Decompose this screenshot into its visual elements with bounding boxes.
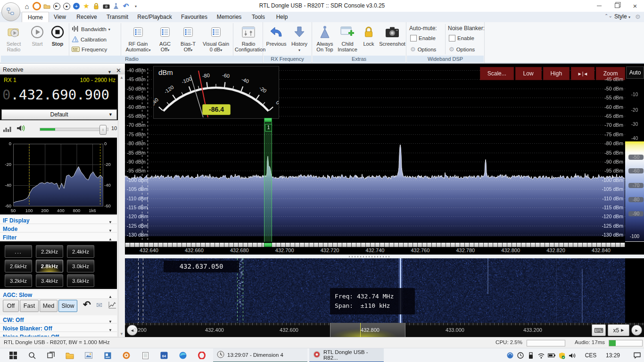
close-button[interactable]: × (631, 1, 639, 10)
task-view-icon[interactable] (41, 348, 60, 362)
add-icon[interactable]: + (72, 2, 81, 10)
section-agc[interactable]: AGC: Slow▲ (0, 290, 117, 299)
tab-rec-playback[interactable]: Rec/Playback (133, 12, 176, 22)
auto-scale-button[interactable]: Auto (626, 66, 644, 79)
play-icon[interactable]: ▶ (52, 2, 61, 10)
tray-wifi-icon[interactable] (537, 348, 546, 362)
open-folder-icon[interactable] (42, 2, 51, 10)
opera-browser-icon[interactable] (192, 348, 211, 362)
edge-browser-icon[interactable] (173, 348, 192, 362)
volume-slider-thumb[interactable]: ‖ (99, 125, 107, 135)
always-on-top-icon[interactable] (112, 2, 120, 10)
tuned-frequency[interactable]: 0.432.690.900 (2, 87, 109, 103)
receive-panel-header[interactable]: Receive ▼ ✕ (0, 64, 125, 75)
keyboard-entry-button[interactable]: ⌨ (592, 324, 606, 336)
frequency-ruler[interactable] (125, 243, 625, 247)
search-icon[interactable] (23, 348, 41, 362)
checkbox-icon[interactable] (410, 35, 417, 41)
tab-tools[interactable]: Tools (246, 12, 271, 22)
section-noise-blanker[interactable]: Noise Blanker: Off▼ (0, 324, 117, 332)
rx1-band-body[interactable] (264, 122, 272, 242)
filter-custom-button[interactable]: ... (5, 245, 32, 258)
tab-favourites[interactable]: Favourites (176, 12, 212, 22)
tab-view[interactable]: View (48, 12, 72, 22)
style-gear-icon[interactable]: ⚙ (635, 13, 641, 20)
restore-button[interactable] (613, 1, 621, 10)
rf-gain-button[interactable]: RF GainAutomatic▾ (124, 24, 153, 53)
checkbox-icon[interactable] (449, 35, 455, 41)
section-noise-reduction[interactable]: Noise Reduction: Off▼ (0, 332, 117, 337)
agc-fast-button[interactable]: Fast (20, 300, 39, 312)
fit-width-button[interactable]: ►|◄ (571, 67, 594, 80)
preset-dropdown[interactable]: Default ▼ (1, 109, 117, 120)
equalizer-icon[interactable] (3, 125, 12, 134)
splitter-handle[interactable] (349, 256, 391, 257)
filter-2-6khz-button[interactable]: 2.6kHz (5, 260, 32, 272)
bandwidth-button[interactable]: Bandwidth▾ (72, 25, 110, 33)
titlebar[interactable]: ⌂ ▶ ■ + ★ ↶ ▾ RTL Dongle USB - R820T :: … (0, 0, 644, 12)
noise-blanker-options-button[interactable]: ⚙Options (449, 46, 475, 53)
section-cw[interactable]: CW: Off▼ (0, 315, 117, 323)
splitter[interactable] (125, 255, 644, 258)
spectrum-display[interactable]: -140-120-100-80-60-40-200 dBm -86.4 Scal… (125, 64, 625, 255)
history-button[interactable]: History▾ (289, 24, 310, 53)
quick-access-more-icon[interactable]: ▾ (132, 2, 140, 10)
tray-battery-icon[interactable] (547, 348, 556, 362)
screenshot-button[interactable]: Screenshot (379, 24, 405, 47)
select-radio-button[interactable]: SelectRadio (2, 24, 25, 52)
previous-frequency-button[interactable]: Previous (265, 24, 288, 47)
notification-center-icon[interactable] (632, 348, 642, 362)
favourite-star-icon[interactable]: ★ (82, 2, 91, 10)
filter-2-8khz-button-active[interactable]: 2.8kHz (36, 260, 63, 272)
compass-app-icon[interactable] (117, 348, 136, 362)
always-on-top-button[interactable]: AlwaysOn Top (314, 24, 336, 52)
section-if-display[interactable]: IF Display▼ (0, 216, 117, 224)
bias-t-button[interactable]: Bias-TOff▾ (177, 24, 199, 53)
rx1-band-ruler-handle[interactable] (264, 243, 272, 247)
band-nav-right-button[interactable]: ► (631, 325, 642, 336)
filter-3-0khz-button[interactable]: 3.0kHz (67, 260, 94, 272)
document-app-icon[interactable] (98, 348, 117, 362)
lock-button[interactable]: Lock (359, 24, 378, 47)
undo-icon[interactable]: ↶ (122, 2, 130, 10)
tab-home[interactable]: Home (22, 12, 49, 23)
lock-icon[interactable] (92, 2, 100, 10)
style-menu[interactable]: Style ▾ (614, 13, 630, 20)
photos-app-icon[interactable] (79, 348, 98, 362)
filter-3-2khz-button[interactable]: 3.2kHz (5, 274, 32, 287)
volume-slider-track[interactable]: ‖ (40, 128, 108, 131)
visual-gain-button[interactable]: Visual Gain0 dB▾ (201, 24, 231, 53)
agc-med-button[interactable]: Med (40, 300, 58, 312)
application-menu-button[interactable] (1, 2, 20, 21)
frequency-button[interactable]: Frequency (72, 46, 107, 53)
tab-memories[interactable]: Memories (212, 12, 246, 22)
filter-2-2khz-button[interactable]: 2.2kHz (36, 245, 63, 258)
calibration-button[interactable]: Calibration (72, 36, 107, 43)
agc-off-button[interactable]: Off (3, 300, 19, 312)
hxd-app-icon[interactable]: 64 (155, 348, 173, 362)
undo-arrow-icon[interactable]: ↶ (83, 299, 91, 310)
scroll-up-icon[interactable]: ▲ (120, 75, 124, 80)
radio-configuration-button[interactable]: RadioConfiguration (235, 24, 262, 52)
task-dimension4[interactable]: 13:29:07 - Dimension 4 (213, 348, 307, 362)
stop-button[interactable]: Stop (48, 24, 67, 47)
envelope-icon[interactable]: ✉ (96, 301, 102, 310)
tray-time[interactable]: 13:29 (603, 348, 623, 362)
tray-clock-icon[interactable] (516, 348, 525, 362)
minimize-button[interactable] (595, 1, 603, 10)
scroll-down-icon[interactable]: ▼ (120, 332, 124, 336)
start-button[interactable] (4, 348, 23, 362)
tab-receive[interactable]: Receive (72, 12, 102, 22)
section-filter[interactable]: Filter▲ (0, 233, 117, 241)
rx1-band-handle[interactable] (264, 118, 272, 122)
tray-language[interactable]: CES (583, 348, 599, 362)
chart-icon[interactable] (108, 301, 116, 311)
auto-mute-enable-checkbox[interactable]: Enable (410, 35, 436, 41)
nav-zoom-button[interactable]: x5▶ (608, 324, 629, 336)
panel-scrollbar[interactable]: ▲ ▼ (118, 74, 125, 337)
notepad-icon[interactable] (136, 348, 155, 362)
filter-3-6khz-button[interactable]: 3.6kHz (67, 274, 94, 287)
ribbon-collapse-icon[interactable]: ⌃⌄ (604, 13, 612, 18)
screenshot-camera-icon[interactable] (102, 2, 110, 10)
tray-usb-icon[interactable] (526, 348, 536, 362)
